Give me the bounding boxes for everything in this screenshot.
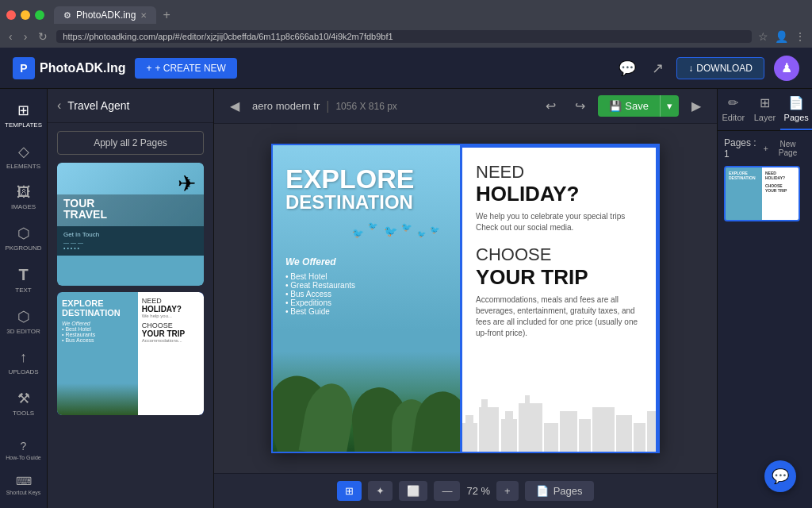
browser-chrome: ⚙ PhotoADK.ing ✕ + ‹ › ↻ https://photoad… xyxy=(0,0,812,48)
sidebar-item-howto[interactable]: ? How-To Guide xyxy=(0,433,47,467)
text-icon: T xyxy=(18,266,28,284)
page-thumbnail-1[interactable]: EXPLOREDESTINATION NEEDHOLIDAY? CHOOSEYO… xyxy=(724,166,800,221)
sidebar-item-tools[interactable]: ⚒ TOOLS xyxy=(0,383,47,423)
grid-view-button[interactable]: ⊞ xyxy=(337,481,362,501)
design-canvas[interactable]: EXPLORE DESTINATION We Offered • Best Ho… xyxy=(271,144,660,453)
uploads-icon: ↑ xyxy=(20,349,27,366)
panel-title: Travel Agent xyxy=(67,99,129,112)
svg-text:🐦: 🐦 xyxy=(352,227,364,239)
templates-label: TEMPLATES xyxy=(5,121,42,129)
svg-text:🐦: 🐦 xyxy=(417,229,427,239)
svg-text:🐦: 🐦 xyxy=(430,225,440,235)
save-button[interactable]: 💾 Save xyxy=(598,95,660,117)
canvas-container: EXPLORE DESTINATION We Offered • Best Ho… xyxy=(214,124,717,473)
browser-toolbar: ‹ › ↻ https://photoadking.com/app/#/edit… xyxy=(0,25,812,48)
sidebar-item-text[interactable]: T TEXT xyxy=(0,260,47,300)
svg-rect-12 xyxy=(519,403,542,453)
canvas-prev-button[interactable]: ◀ xyxy=(224,95,246,117)
left-sidebar: ⊞ TEMPLATES ◇ ELEMENTS 🖼 IMAGES ⬡ PKGROU… xyxy=(0,89,48,508)
tab-label: PhotoADK.ing xyxy=(76,10,136,21)
zoom-out-button[interactable]: — xyxy=(434,481,460,501)
tab-layer[interactable]: ⊞ Layer xyxy=(749,89,781,130)
uploads-label: UPLOADS xyxy=(8,368,38,375)
we-offered-section: We Offered • Best Hotel • Great Restaura… xyxy=(285,256,355,316)
back-button[interactable]: ‹ xyxy=(6,30,15,43)
svg-rect-11 xyxy=(505,411,513,453)
template-card-1[interactable]: ✈ TOURTRAVEL Get In Touch — — — • • • • … xyxy=(57,163,204,286)
explore-destination-text: EXPLORE DESTINATION xyxy=(285,165,414,213)
main-layout: ⊞ TEMPLATES ◇ ELEMENTS 🖼 IMAGES ⬡ PKGROU… xyxy=(0,89,812,508)
download-icon: ↓ xyxy=(688,63,693,74)
sidebar-item-elements[interactable]: ◇ ELEMENTS xyxy=(0,137,47,176)
pages-section: Pages : 1 + New Page EXPLOREDESTINATION … xyxy=(718,131,812,228)
address-bar[interactable]: https://photoadking.com/app/#/editor/xjz… xyxy=(56,30,752,43)
holiday-label: HOLIDAY? xyxy=(476,182,644,206)
sidebar-item-shortcuts[interactable]: ⌨ Shortcut Keys xyxy=(0,468,47,502)
undo-button[interactable]: ↩ xyxy=(539,95,562,117)
create-new-button[interactable]: + + CREATE NEW xyxy=(135,58,236,79)
choose-label: CHOOSE xyxy=(476,244,644,265)
template-card-2[interactable]: EXPLOREDESTINATION We Offered • Best Hot… xyxy=(57,292,204,415)
browser-tab-active[interactable]: ⚙ PhotoADK.ing ✕ xyxy=(54,6,156,24)
save-label: Save xyxy=(625,100,649,112)
svg-rect-7 xyxy=(465,415,473,453)
sidebar-item-3d-editor[interactable]: ⬡ 3D EDITOR xyxy=(0,302,47,341)
pages-header: Pages : 1 + New Page xyxy=(724,137,806,160)
pkground-icon: ⬡ xyxy=(17,225,30,242)
svg-rect-17 xyxy=(592,407,615,453)
panel-back-button[interactable]: ‹ xyxy=(57,98,61,113)
save-icon: 💾 xyxy=(609,100,622,112)
your-trip-label: YOUR TRIP xyxy=(476,265,644,290)
refresh-button[interactable]: ↻ xyxy=(36,30,50,43)
svg-text:🐦: 🐦 xyxy=(368,221,378,231)
canvas-next-button[interactable]: ▶ xyxy=(685,95,707,117)
menu-button[interactable]: ⋮ xyxy=(795,30,806,43)
howto-icon: ? xyxy=(21,440,27,452)
svg-rect-15 xyxy=(560,411,577,453)
sidebar-item-templates[interactable]: ⊞ TEMPLATES xyxy=(0,95,47,135)
right-panel: ✏ Editor ⊞ Layer 📄 Pages Pages : 1 + New… xyxy=(717,89,812,508)
new-tab-button[interactable]: + xyxy=(159,8,173,22)
traffic-light-yellow[interactable] xyxy=(21,10,30,20)
traffic-lights xyxy=(6,10,44,20)
sidebar-item-images[interactable]: 🖼 IMAGES xyxy=(0,178,47,217)
new-page-button[interactable]: + New Page xyxy=(764,140,806,157)
traffic-light-red[interactable] xyxy=(6,10,16,20)
apply-all-button[interactable]: Apply all 2 Pages xyxy=(57,131,204,155)
city-skyline xyxy=(462,391,658,453)
zoom-in-button[interactable]: + xyxy=(496,481,519,501)
svg-rect-14 xyxy=(544,423,558,453)
tab-editor[interactable]: ✏ Editor xyxy=(718,89,749,130)
offering-item-1: • Best Hotel xyxy=(285,272,355,281)
bottom-toolbar: ⊞ ✦ ⬜ — 72 % + 📄 Pages xyxy=(214,473,717,508)
tab-pages[interactable]: 📄 Pages xyxy=(780,89,812,130)
sidebar-item-pkground[interactable]: ⬡ PKGROUND xyxy=(0,218,47,258)
save-button-group: 💾 Save ▾ xyxy=(598,95,679,117)
images-icon: 🖼 xyxy=(17,184,31,201)
sidebar-item-uploads[interactable]: ↑ UPLOADS xyxy=(0,343,47,382)
bookmark-button[interactable]: ☆ xyxy=(758,30,768,43)
forward-button[interactable]: › xyxy=(21,30,30,43)
create-label: + CREATE NEW xyxy=(155,63,225,74)
new-page-icon: + xyxy=(764,144,768,153)
redo-button[interactable]: ↪ xyxy=(569,95,592,117)
svg-rect-16 xyxy=(579,419,591,453)
profile-button[interactable]: 👤 xyxy=(775,30,788,43)
monitor-button[interactable]: ⬜ xyxy=(399,481,427,501)
thumb-right: NEEDHOLIDAY? CHOOSEYOUR TRIP xyxy=(762,167,799,220)
profile-avatar-button[interactable]: ♟ xyxy=(774,56,799,81)
magic-button[interactable]: ✦ xyxy=(368,481,393,501)
save-dropdown-button[interactable]: ▾ xyxy=(660,95,679,117)
howto-label: How-To Guide xyxy=(6,455,40,460)
download-button[interactable]: ↓ DOWNLOAD xyxy=(676,57,764,79)
tab-close-icon[interactable]: ✕ xyxy=(140,11,147,20)
chat-icon-button[interactable]: 💬 xyxy=(615,56,639,80)
chat-bubble-icon: 💬 xyxy=(772,468,789,485)
tools-label: TOOLS xyxy=(13,410,34,417)
pages-button[interactable]: 📄 Pages xyxy=(525,481,594,501)
canvas-wrapper: EXPLORE DESTINATION We Offered • Best Ho… xyxy=(271,144,660,453)
share-icon-button[interactable]: ↗ xyxy=(649,56,667,80)
canvas-right-panel: NEED HOLIDAY? We help you to celebrate y… xyxy=(460,145,658,453)
traffic-light-green[interactable] xyxy=(35,10,44,20)
chat-bubble[interactable]: 💬 xyxy=(764,460,796,492)
